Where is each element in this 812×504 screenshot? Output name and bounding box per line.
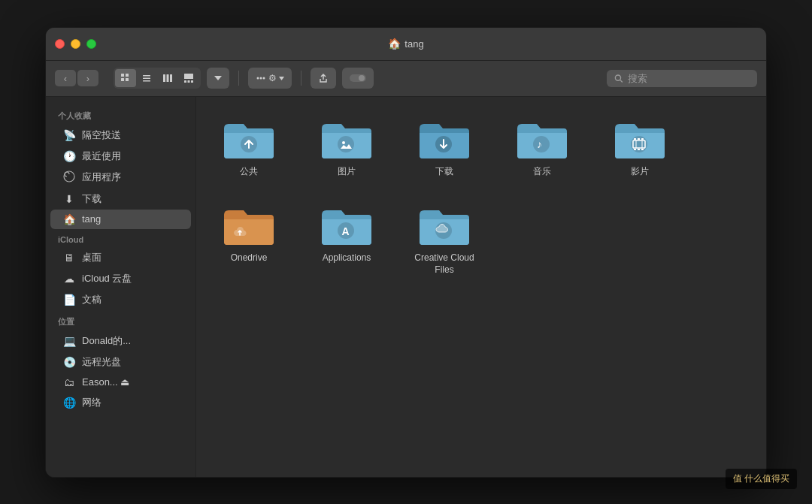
svg-point-25	[338, 136, 354, 152]
sidebar-item-applications[interactable]: 应用程序	[50, 167, 191, 189]
view-columns-button[interactable]	[157, 69, 178, 87]
svg-marker-14	[214, 76, 222, 80]
sidebar-item-tang[interactable]: 🏠 tang	[50, 210, 191, 229]
file-item-applications[interactable]: A Applications	[309, 198, 384, 282]
svg-point-15	[257, 77, 259, 80]
maximize-button[interactable]	[86, 39, 96, 49]
sidebar-item-desktop[interactable]: 🖥 桌面	[50, 247, 191, 268]
toolbar: ‹ ›	[46, 61, 766, 97]
donald-icon: 💻	[62, 335, 76, 347]
window-title: 🏠 tang	[388, 38, 423, 50]
view-options-button[interactable]	[207, 68, 229, 89]
file-item-creativecloud[interactable]: Creative Cloud Files	[407, 198, 482, 282]
svg-rect-3	[126, 78, 129, 81]
sidebar-item-remote-disc[interactable]: 💿 远程光盘	[50, 352, 191, 373]
search-input[interactable]	[628, 73, 750, 84]
sidebar-item-eason[interactable]: 🗂 Eason... ⏏	[50, 373, 191, 392]
file-label-downloads: 下载	[435, 166, 453, 178]
svg-rect-12	[188, 80, 190, 83]
folder-movies-icon	[614, 118, 666, 160]
svg-rect-13	[191, 80, 193, 83]
svg-point-21	[615, 74, 620, 80]
eason-icon: 🗂	[62, 376, 76, 388]
svg-rect-6	[143, 80, 150, 82]
remote-disc-icon: 💿	[62, 356, 76, 368]
file-item-public[interactable]: 公共	[211, 112, 286, 184]
sidebar-item-donald[interactable]: 💻 Donald的...	[50, 330, 191, 352]
main-content: 个人收藏 📡 隔空投送 🕐 最近使用 应用程序 ⬇	[46, 97, 766, 477]
nav-buttons: ‹ ›	[55, 70, 98, 86]
file-item-movies[interactable]: 影片	[602, 112, 677, 184]
sidebar-item-network[interactable]: 🌐 网络	[50, 392, 191, 413]
folder-music-icon: ♪	[516, 118, 568, 160]
svg-point-20	[359, 75, 365, 81]
sidebar: 个人收藏 📡 隔空投送 🕐 最近使用 应用程序 ⬇	[46, 97, 196, 477]
svg-line-22	[620, 80, 623, 82]
view-list-button[interactable]	[136, 69, 157, 87]
svg-rect-39	[641, 149, 644, 150]
view-grid-button[interactable]	[115, 69, 136, 87]
folder-public-icon	[223, 118, 275, 160]
file-label-creativecloud: Creative Cloud Files	[413, 252, 476, 276]
recents-icon: 🕐	[62, 150, 76, 162]
view-mode-group	[114, 68, 201, 89]
svg-rect-37	[634, 149, 636, 150]
sidebar-label-desktop: 桌面	[82, 251, 102, 264]
sidebar-label-tang: tang	[82, 213, 101, 225]
file-item-onedrive[interactable]: Onedrive	[211, 198, 286, 282]
svg-point-16	[260, 77, 262, 80]
svg-rect-5	[143, 78, 150, 80]
sidebar-label-recents: 最近使用	[82, 149, 121, 163]
sidebar-section-location: 位置	[46, 310, 195, 330]
file-item-downloads[interactable]: 下载	[407, 112, 482, 184]
separator-1	[238, 71, 239, 86]
file-grid-container: 公共 图片	[196, 97, 766, 477]
file-label-applications: Applications	[323, 252, 371, 264]
action-menu-button[interactable]: ⚙	[248, 68, 292, 89]
desktop-icon: 🖥	[62, 252, 76, 264]
sidebar-item-icloud-drive[interactable]: ☁ iCloud 云盘	[50, 268, 191, 289]
svg-rect-1	[126, 74, 129, 77]
icloud-drive-icon: ☁	[62, 273, 76, 285]
forward-button[interactable]: ›	[77, 70, 98, 86]
file-item-music[interactable]: ♪ 音乐	[504, 112, 580, 184]
title-home-icon: 🏠	[388, 38, 401, 50]
sidebar-label-eason: Eason... ⏏	[82, 376, 129, 388]
sidebar-label-network: 网络	[82, 396, 102, 409]
finder-window: 🏠 tang ‹ ›	[45, 27, 767, 478]
sidebar-label-airdrop: 隔空投送	[82, 128, 121, 142]
folder-applications-icon: A	[320, 204, 373, 246]
back-button[interactable]: ‹	[55, 70, 76, 86]
documents-icon: 📄	[62, 294, 76, 306]
search-bar[interactable]	[607, 70, 757, 87]
title-label: tang	[404, 38, 423, 50]
file-item-pictures[interactable]: 图片	[309, 112, 384, 184]
sidebar-section-icloud: iCloud	[46, 229, 195, 247]
tag-button[interactable]	[342, 68, 374, 89]
view-gallery-button[interactable]	[178, 69, 199, 87]
minimize-button[interactable]	[71, 39, 80, 49]
sidebar-label-icloud-drive: iCloud 云盘	[82, 272, 132, 285]
sidebar-item-downloads[interactable]: ⬇ 下载	[50, 189, 191, 210]
title-bar: 🏠 tang	[46, 28, 766, 61]
svg-point-17	[263, 77, 265, 80]
airdrop-icon: 📡	[62, 129, 76, 141]
traffic-lights	[55, 39, 96, 49]
svg-rect-7	[163, 74, 165, 82]
sidebar-label-remote-disc: 远程光盘	[82, 355, 121, 369]
share-button[interactable]	[311, 68, 336, 89]
svg-rect-9	[170, 74, 172, 82]
action-menu-icon: ⚙	[268, 73, 277, 83]
sidebar-item-documents[interactable]: 📄 文稿	[50, 289, 191, 310]
sidebar-item-airdrop[interactable]: 📡 隔空投送	[50, 125, 191, 146]
file-label-movies: 影片	[631, 166, 649, 178]
sidebar-label-donald: Donald的...	[82, 334, 131, 348]
sidebar-label-applications: 应用程序	[82, 171, 121, 184]
search-icon	[614, 74, 623, 83]
folder-onedrive-icon	[223, 204, 275, 246]
watermark: 值 什么值得买	[726, 469, 797, 489]
svg-text:♪: ♪	[537, 138, 542, 150]
sidebar-item-recents[interactable]: 🕐 最近使用	[50, 146, 191, 167]
sidebar-label-downloads: 下载	[82, 192, 102, 206]
close-button[interactable]	[55, 39, 65, 49]
